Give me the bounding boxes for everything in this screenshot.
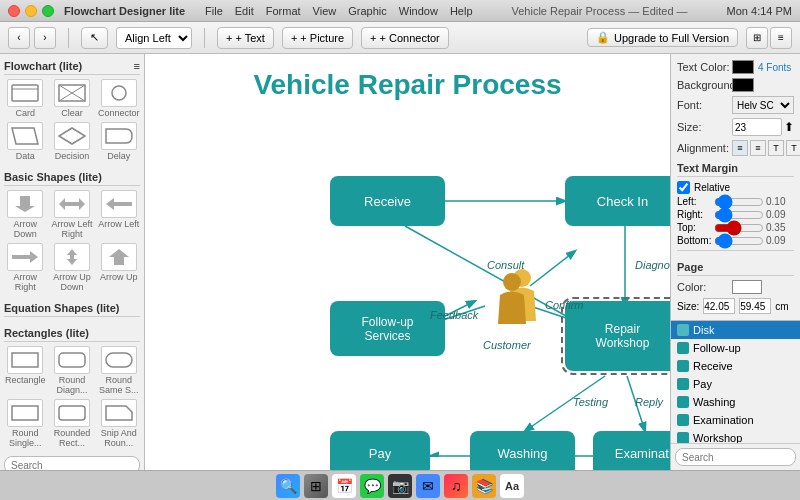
forward-button[interactable]: › — [34, 27, 56, 49]
margin-left-val: 0.10 — [766, 196, 785, 207]
left-search-input[interactable] — [4, 456, 140, 470]
background-color-picker[interactable] — [732, 78, 754, 92]
rectangles-title: Rectangles (lite) — [4, 325, 140, 342]
shape-snip[interactable]: Snip And Roun... — [97, 399, 140, 448]
align-center-btn[interactable]: ≡ — [750, 140, 766, 156]
shape-rounded-rect[interactable]: Rounded Rect... — [51, 399, 94, 448]
shape-arrow-lr[interactable]: Arrow Left Right — [51, 190, 94, 239]
shape-decision[interactable]: Decision — [51, 122, 94, 161]
dock-books[interactable]: 📚 — [472, 474, 496, 498]
upgrade-button[interactable]: 🔒 Upgrade to Full Version — [587, 28, 738, 47]
dock-messages[interactable]: 💬 — [360, 474, 384, 498]
shape-data[interactable]: Data — [4, 122, 47, 161]
dock-finder[interactable]: 🔍 — [276, 474, 300, 498]
align-left-btn[interactable]: ≡ — [732, 140, 748, 156]
menu-format[interactable]: Format — [266, 5, 301, 17]
layer-item-washing[interactable]: Washing — [671, 393, 800, 411]
page-width-input[interactable] — [703, 298, 735, 314]
margin-left-slider[interactable] — [714, 197, 764, 207]
maximize-button[interactable] — [42, 5, 54, 17]
node-washing[interactable]: Washing — [470, 431, 575, 470]
relative-checkbox[interactable] — [677, 181, 690, 194]
label-reply: Reply — [635, 396, 663, 408]
align-right-btn[interactable]: T — [768, 140, 784, 156]
label-customer: Customer — [483, 339, 531, 351]
menu-graphic[interactable]: Graphic — [348, 5, 387, 17]
shape-round-single[interactable]: Round Single... — [4, 399, 47, 448]
layer-item-followup[interactable]: Follow-up — [671, 339, 800, 357]
section-menu-icon[interactable]: ≡ — [134, 60, 140, 72]
align-select[interactable]: Align Left — [116, 27, 192, 49]
clock: Mon 4:14 PM — [727, 5, 792, 17]
layer-search-input[interactable] — [675, 448, 796, 466]
layer-item-workshop[interactable]: Workshop — [671, 429, 800, 443]
node-followup[interactable]: Follow-upServices — [330, 301, 445, 356]
margin-bottom-slider[interactable] — [714, 236, 764, 246]
margin-right-label: Right: — [677, 209, 712, 220]
window-controls[interactable] — [8, 5, 54, 17]
align-justify-btn[interactable]: T — [786, 140, 800, 156]
shape-clear[interactable]: Clear — [51, 79, 94, 118]
dock-fontbook[interactable]: Aa — [500, 474, 524, 498]
svg-marker-7 — [59, 128, 85, 144]
layer-item-disk[interactable]: Disk — [671, 321, 800, 339]
node-repair[interactable]: RepairWorkshop — [565, 301, 670, 371]
dock-launchpad[interactable]: ⊞ — [304, 474, 328, 498]
menu-help[interactable]: Help — [450, 5, 473, 17]
dock-music[interactable]: ♫ — [444, 474, 468, 498]
margin-top-label: Top: — [677, 222, 712, 233]
canvas-area[interactable]: Vehicle Repair Process — [145, 54, 670, 470]
grid-view-button[interactable]: ⊞ — [746, 27, 768, 49]
text-color-picker[interactable] — [732, 60, 754, 74]
margin-top-slider[interactable] — [714, 223, 764, 233]
margin-right-val: 0.09 — [766, 209, 785, 220]
layer-item-examination[interactable]: Examination — [671, 411, 800, 429]
shape-arrow-up[interactable]: Arrow Up — [97, 243, 140, 292]
shape-round-same[interactable]: Round Same S... — [97, 346, 140, 395]
fonts-link[interactable]: 4 Fonts — [758, 62, 791, 73]
menu-file[interactable]: File — [205, 5, 223, 17]
back-button[interactable]: ‹ — [8, 27, 30, 49]
layer-item-pay[interactable]: Pay — [671, 375, 800, 393]
size-stepper[interactable]: ⬆ — [784, 120, 794, 134]
menu-bar[interactable]: File Edit Format View Graphic Window Hel… — [205, 5, 472, 17]
shape-arrow-down[interactable]: Arrow Down — [4, 190, 47, 239]
shape-card[interactable]: Card — [4, 79, 47, 118]
node-examination[interactable]: Examination — [593, 431, 670, 470]
dock-mail[interactable]: ✉ — [416, 474, 440, 498]
menu-edit[interactable]: Edit — [235, 5, 254, 17]
properties-panel: Text Color: 4 Fonts Background: Font: He… — [671, 54, 800, 320]
shape-arrow-updown[interactable]: Arrow Up Down — [51, 243, 94, 292]
menu-view[interactable]: View — [313, 5, 337, 17]
minimize-button[interactable] — [25, 5, 37, 17]
page-size-label: Size: — [677, 301, 699, 312]
page-height-input[interactable] — [739, 298, 771, 314]
node-checkin[interactable]: Check In — [565, 176, 670, 226]
font-size-input[interactable] — [732, 118, 782, 136]
shape-arrow-left[interactable]: Arrow Left — [97, 190, 140, 239]
picture-button[interactable]: ++ Picture — [282, 27, 353, 49]
svg-marker-11 — [12, 251, 38, 263]
font-select[interactable]: Helv SC — [732, 96, 794, 114]
size-label: Size: — [677, 121, 732, 133]
dock-calendar[interactable]: 📅 — [332, 474, 356, 498]
font-label: Font: — [677, 99, 732, 111]
pointer-tool[interactable]: ↖ — [81, 27, 108, 49]
close-button[interactable] — [8, 5, 20, 17]
node-receive[interactable]: Receive — [330, 176, 445, 226]
page-color-picker[interactable] — [732, 280, 762, 294]
connector-button[interactable]: ++ Connector — [361, 27, 449, 49]
text-button[interactable]: + + Text — [217, 27, 274, 49]
dock-camera[interactable]: 📷 — [388, 474, 412, 498]
shape-round-diag[interactable]: Round Diagn... — [51, 346, 94, 395]
list-view-button[interactable]: ≡ — [770, 27, 792, 49]
shape-rectangle[interactable]: Rectangle — [4, 346, 47, 395]
shape-connector[interactable]: Connector — [97, 79, 140, 118]
node-pay[interactable]: Pay — [330, 431, 430, 470]
menu-window[interactable]: Window — [399, 5, 438, 17]
margin-right-slider[interactable] — [714, 210, 764, 220]
layer-item-receive[interactable]: Receive — [671, 357, 800, 375]
card-shape — [7, 79, 43, 107]
shape-delay[interactable]: Delay — [97, 122, 140, 161]
shape-arrow-right[interactable]: Arrow Right — [4, 243, 47, 292]
